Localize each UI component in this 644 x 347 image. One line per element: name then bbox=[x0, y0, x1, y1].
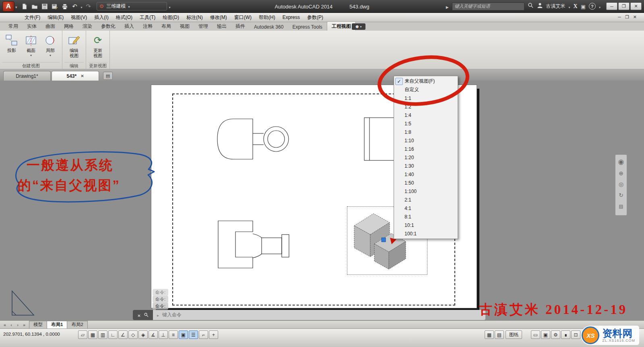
context-menu-item[interactable]: 1:50 bbox=[394, 179, 458, 187]
ribbon-tab[interactable]: Autodesk 360 bbox=[250, 23, 288, 31]
projection-button[interactable]: 投影 bbox=[4, 33, 20, 54]
exchange-apps-icon[interactable]: X bbox=[574, 3, 578, 10]
menu-item[interactable]: 帮助(H) bbox=[255, 13, 279, 22]
show-motion-icon[interactable] bbox=[619, 202, 623, 210]
status-toggle-button[interactable]: ▥ bbox=[98, 330, 107, 339]
file-tab[interactable]: Drawing1* bbox=[3, 71, 51, 81]
status-toggle-button[interactable]: ∟ bbox=[108, 330, 118, 339]
ribbon-tab[interactable]: 常用 bbox=[4, 22, 23, 31]
status-toggle-button[interactable]: ∠ bbox=[118, 330, 128, 339]
context-menu-item[interactable]: 1:2 bbox=[394, 102, 458, 111]
status-toggle-button[interactable]: ⊥ bbox=[159, 330, 168, 339]
doc-minimize-icon[interactable] bbox=[618, 15, 621, 20]
section-button[interactable]: 截面 bbox=[23, 33, 39, 58]
chevron-down-icon[interactable] bbox=[15, 3, 17, 10]
menu-item[interactable]: 编辑(E) bbox=[44, 13, 67, 22]
status-toggle-button[interactable]: + bbox=[209, 330, 218, 339]
status-toggle-button[interactable]: ▣ bbox=[179, 330, 188, 339]
paper-space-button[interactable]: 图纸 bbox=[506, 330, 522, 339]
detail-button[interactable]: 局部 bbox=[42, 33, 58, 58]
ribbon-tab[interactable]: 管理 bbox=[194, 22, 213, 31]
panel-group-label[interactable]: 编辑 bbox=[64, 62, 84, 69]
menu-item[interactable]: 工具(T) bbox=[136, 13, 159, 22]
ribbon-tab[interactable]: 曲面 bbox=[41, 22, 60, 31]
user-icon[interactable] bbox=[537, 2, 543, 10]
menu-item[interactable]: 插入(I) bbox=[91, 13, 112, 22]
close-button[interactable]: ✕ bbox=[630, 2, 642, 10]
status-toggle-button[interactable]: ☰ bbox=[189, 330, 198, 339]
context-menu-item[interactable]: 自定义 bbox=[394, 85, 458, 94]
doc-close-icon[interactable] bbox=[633, 15, 637, 20]
doc-restore-icon[interactable] bbox=[625, 15, 629, 20]
menu-item[interactable]: 绘图(D) bbox=[159, 13, 183, 22]
open-folder-icon[interactable] bbox=[31, 2, 39, 10]
save-icon[interactable] bbox=[41, 2, 49, 10]
signin-user-name[interactable]: 古滇艾米 bbox=[546, 3, 566, 10]
restore-button[interactable]: ❐ bbox=[618, 2, 630, 10]
menu-item[interactable]: 标注(N) bbox=[183, 13, 206, 22]
orbit-icon[interactable] bbox=[619, 191, 623, 199]
close-icon[interactable] bbox=[137, 312, 140, 319]
redo-icon[interactable] bbox=[85, 2, 93, 10]
ribbon-tab[interactable]: Express Tools bbox=[288, 23, 326, 31]
ribbon-tab[interactable]: 布局 bbox=[157, 22, 175, 31]
autodesk360-icon[interactable] bbox=[581, 3, 586, 10]
command-input[interactable]: 键入命令 bbox=[153, 310, 485, 320]
ribbon-minimize-button[interactable] bbox=[352, 23, 365, 30]
status-toggle-button[interactable]: ⌐ bbox=[199, 330, 208, 339]
workspace-switcher[interactable]: 三维建模 bbox=[97, 2, 167, 10]
zoom-icon[interactable] bbox=[619, 181, 623, 188]
context-menu-item[interactable]: 1:20 bbox=[394, 153, 458, 162]
save-as-icon[interactable] bbox=[51, 2, 59, 10]
context-menu-item[interactable]: 8:1 bbox=[394, 212, 458, 221]
menu-item[interactable]: 修改(M) bbox=[206, 13, 231, 22]
ribbon-tab[interactable]: 视图 bbox=[175, 22, 194, 31]
menu-item[interactable]: 文件(F) bbox=[21, 13, 44, 22]
undo-dropdown-icon[interactable] bbox=[81, 3, 83, 10]
ribbon-tab[interactable]: 渲染 bbox=[78, 22, 97, 31]
help-icon[interactable]: ? bbox=[589, 3, 596, 10]
ribbon-tab[interactable]: 插件 bbox=[231, 22, 250, 31]
command-line-grip[interactable] bbox=[133, 310, 153, 320]
context-menu-item[interactable]: 1:30 bbox=[394, 162, 458, 170]
steering-wheel-icon[interactable] bbox=[618, 158, 624, 166]
layout-tab[interactable]: 模型 bbox=[29, 321, 47, 329]
status-toggle-button[interactable]: ≡ bbox=[169, 330, 178, 339]
ribbon-tab[interactable]: 输出 bbox=[213, 22, 231, 31]
context-menu-item[interactable]: 100:1 bbox=[394, 229, 458, 238]
user-dropdown-icon[interactable] bbox=[569, 3, 570, 10]
ribbon-tab[interactable]: 网格 bbox=[60, 22, 78, 31]
context-menu-item[interactable]: 1:8 bbox=[394, 128, 458, 136]
status-icon-button[interactable]: ▤ bbox=[495, 330, 504, 339]
status-toggle-button[interactable]: ▦ bbox=[88, 330, 97, 339]
pan-icon[interactable] bbox=[619, 170, 623, 177]
ribbon-tab[interactable]: 注释 bbox=[138, 22, 157, 31]
search-go-icon[interactable] bbox=[528, 2, 534, 10]
menu-item[interactable]: Express bbox=[279, 13, 303, 21]
search-input[interactable]: 键入关键字或短语 bbox=[452, 2, 524, 10]
qat-customize-icon[interactable] bbox=[169, 3, 171, 10]
menu-item[interactable]: 格式(O) bbox=[112, 13, 136, 22]
context-menu-item[interactable]: 1:40 bbox=[394, 170, 458, 179]
context-menu-item[interactable]: 4:1 bbox=[394, 204, 458, 212]
panel-group-label[interactable]: 更新视图 bbox=[88, 62, 107, 69]
update-view-button[interactable]: 更新视图 bbox=[90, 33, 106, 59]
edit-view-button[interactable]: 编辑视图 bbox=[66, 33, 82, 59]
minimize-button[interactable]: ─ bbox=[606, 2, 617, 10]
context-menu-item[interactable]: 1:100 bbox=[394, 187, 458, 195]
context-menu-item[interactable]: 1:10 bbox=[394, 136, 458, 145]
undo-icon[interactable] bbox=[71, 2, 79, 10]
first-tab-icon[interactable] bbox=[2, 322, 8, 327]
context-menu-item[interactable]: 1:5 bbox=[394, 119, 458, 128]
context-menu-item[interactable]: 1:4 bbox=[394, 111, 458, 119]
customize-icon[interactable] bbox=[144, 312, 149, 319]
layout-tab[interactable]: 布局2 bbox=[67, 321, 87, 329]
status-icon-button[interactable]: ▣ bbox=[541, 330, 550, 339]
status-icon-button[interactable]: ∎ bbox=[561, 330, 570, 339]
status-icon-button[interactable]: ▭ bbox=[531, 330, 540, 339]
ribbon-tab[interactable]: 参数化 bbox=[97, 22, 120, 31]
last-tab-icon[interactable] bbox=[21, 322, 27, 327]
prev-tab-icon[interactable] bbox=[8, 322, 14, 327]
context-menu-item[interactable]: 10:1 bbox=[394, 221, 458, 229]
ribbon-tab[interactable]: 实体 bbox=[23, 22, 41, 31]
